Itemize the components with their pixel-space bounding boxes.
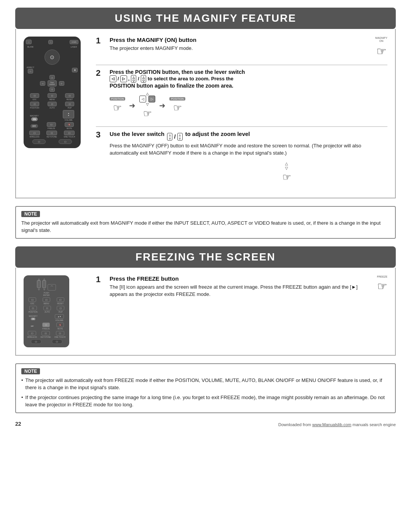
freeze-section-title: FREEZING THE SCREEN [15,246,396,268]
freeze-reset: ( ) RESET [57,297,64,305]
magnify-steps: 1 Press the MAGNIFY (ON) button The proj… [96,37,387,190]
freeze-menu: ( ) MENU [43,297,50,305]
position-btn-illus1: POSITION ☞ [110,97,125,114]
magnify-note-text: The projector will automatically exit fr… [21,219,390,234]
remote-position-area: ( ) POSITION [30,102,39,109]
manualslib-link[interactable]: www.Manualslib.com [312,422,352,427]
arrow1: ➜ [129,101,135,110]
remote-btn-blank: □ [48,40,53,44]
remote-magnify-on-area: MAGNIFY ON [30,115,39,121]
page-footer: 22 Downloaded from www.Manualslib.com ma… [15,421,396,427]
remote-illustration-freeze: △ ▽ △ ▽ ⌒ PUSHENTER [24,275,88,347]
magnify-note: NOTE The projector will automatically ex… [15,206,396,239]
freeze-keystone: ( ) KEYSTONE [40,331,51,338]
up-lever-icon: △▽ [131,75,136,83]
step3-lever1: △▽ [167,133,172,141]
remote-center-btn: ⊙ [45,50,60,65]
magnify-step1: 1 Press the MAGNIFY (ON) button The proj… [96,37,387,58]
freeze-freeze-btn: ( ) FREEZE [42,323,50,330]
freeze-magnify-on: MAGNIFY ON [29,315,38,320]
remote-btn-down: DOWN [70,40,78,44]
step3-lever2: △▽ [177,133,183,141]
dpad-illus: △ ◁ ▷ ▽ ☞ [139,92,155,120]
step3-text: Press the MAGNIFY (OFF) button to exit M… [110,142,387,157]
left-arrow-icon: ◁ [110,75,116,82]
step2-number: 2 [96,69,105,77]
freeze-section: FREEZING THE SCREEN △ ▽ △ [15,246,396,413]
freeze-step1: 1 Press the FREEZE button The [II] icon … [96,275,387,298]
freeze-position: ( ) POSITION [29,306,38,313]
remote-icon-area: 🖥 [72,68,78,72]
freeze-auto: ( ) AUTO [43,306,51,313]
freeze-esc: ( ) ESC [29,297,36,305]
remote-keystone-area: ( ) KEYSTONE [46,131,57,138]
freeze-btn-illus: FREEZE ☞ [377,275,387,293]
position-btn-illus2: POSITION ☞ [169,97,185,114]
remote-esc-area: ( ) ESC [30,93,39,101]
freeze-remote-curve: ⌒ [48,284,56,291]
remote-magnify-off-area: OFF [30,124,38,128]
step1-title: Press the MAGNIFY (ON) button [110,37,367,43]
freeze-onetouch: ( ) ONE TOUCH [54,331,66,338]
step3-lever-illus: △▽ ☞ [186,161,387,183]
freeze-note-bullet1: • The projector will automatically exit … [21,377,390,391]
arrow2: ➜ [159,101,166,110]
footer-link: Downloaded from www.Manualslib.com manua… [278,422,396,427]
magnify-step2: 2 Press the POSITION button, then use th… [96,69,387,120]
remote-illustration-magnify: — □ DOWN BLANK LASER ⊙ AS [24,37,88,190]
lever-arrows: △▽ [285,161,288,171]
step2-title: Press the POSITION button, then use the … [110,69,387,89]
remote-freeze-area: ( ) FREEZE [47,122,56,129]
remote-mute-area: 🔇 MUTE [65,122,74,129]
step1-number: 1 [96,37,105,45]
remote-volume-area: ▲▼ VOLUME [63,110,74,121]
remote-wireless-area: ( ) WIRELESS [29,131,40,138]
remote-enter-btn: PushENTER [48,80,57,86]
remote-menu-area: ( ) MENU [48,93,57,101]
remote-auto-area: ( ) AUTO [48,102,57,109]
magnify-section: USING THE MAGNIFY FEATURE — □ DOWN BLANK… [15,8,396,239]
step3-title: Use the lever switch △▽ / △▽ to adjust t… [110,131,387,141]
freeze-steps: 1 Press the FREEZE button The [II] icon … [96,275,387,347]
freeze-pinp: ( ) PinP [57,306,64,313]
magnify-section-title: USING THE MAGNIFY FEATURE [15,8,396,29]
remote-down-dpad-btn: ▽ [49,87,55,92]
step3-number: 3 [96,131,105,139]
right-arrow-icon: ▷ [120,75,127,82]
freeze-step1-number: 1 [96,275,105,284]
remote-left-btn: ◁ [40,81,45,86]
freeze-mute-btn: 🔇 MUTE [56,323,64,330]
freeze-note-bullet2: • If the projector continues projecting … [21,394,390,409]
freeze-volume: ▲▼ VOLUME [55,314,64,321]
freeze-note-text: • The projector will automatically exit … [21,377,390,409]
page-number: 22 [15,421,21,427]
remote-blank-label: BLANK [27,46,33,48]
magnify-on-illus: MAGNIFYON ☞ [375,37,387,58]
magnify-step3: 3 Use the lever switch △▽ / △▽ to adjust… [96,131,387,183]
freeze-note: NOTE • The projector will automatically … [15,363,396,413]
down-lever-icon: △▽ [141,75,146,83]
freeze-note-label: NOTE [21,368,40,374]
step1-text: The projector enters MAGNIFY mode. [110,45,367,52]
remote-pinp-area: ( ) PinP [65,102,74,109]
remote-reset-area: ( ) RESET [65,93,74,101]
remote-bottom-right: ( ) [59,139,72,144]
remote-onetouch-area: ( ) ONE TOUCH [64,131,75,138]
remote-aspect-area: ASPECT □ [27,66,34,73]
remote-btn-minus: — [26,40,32,44]
remote-right-btn: ▷ [59,81,64,86]
freeze-off: OFF [29,324,36,328]
remote-laser-label: LASER [71,46,77,48]
freeze-wireless: ( ) WIRELESS [27,331,37,338]
step2-diagram: POSITION ☞ ➜ △ ◁ ▷ [110,92,387,120]
remote-bottom-left: ( ) [32,139,46,144]
freeze-step1-text: The [II] icon appears and the screen wil… [110,283,368,298]
freeze-step1-title: Press the FREEZE button [110,275,368,282]
remote-up-btn: △ [49,75,55,80]
magnify-note-label: NOTE [21,211,40,217]
